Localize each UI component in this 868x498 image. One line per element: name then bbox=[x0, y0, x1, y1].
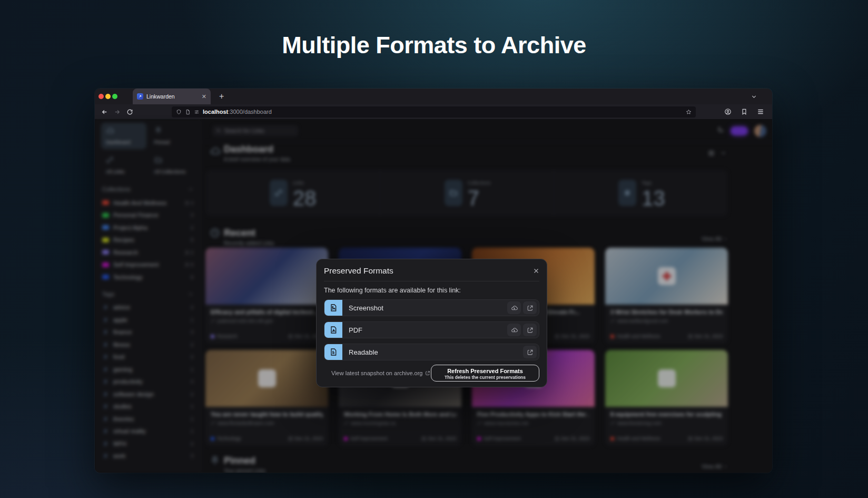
open-external-button[interactable] bbox=[523, 324, 537, 336]
tab-title: Linkwarden bbox=[146, 93, 199, 100]
format-row-pdf: PDF bbox=[324, 321, 539, 338]
forward-button[interactable] bbox=[112, 106, 122, 117]
browser-tab-bar: Linkwarden ✕ + bbox=[95, 89, 772, 104]
page-info-icon bbox=[185, 109, 191, 115]
download-button[interactable] bbox=[507, 301, 521, 314]
format-row-screenshot: Screenshot bbox=[324, 299, 539, 316]
refresh-button-subtitle: This deletes the current preservations bbox=[431, 375, 539, 380]
traffic-lights bbox=[95, 94, 117, 99]
tab-close-icon[interactable]: ✕ bbox=[202, 94, 206, 100]
modal-title: Preserved Formats bbox=[324, 266, 393, 276]
new-tab-button[interactable]: + bbox=[219, 92, 224, 101]
image-file-icon bbox=[324, 300, 342, 316]
format-label: Readable bbox=[349, 348, 378, 356]
extension-flag-icon[interactable] bbox=[739, 106, 749, 117]
reload-button[interactable] bbox=[124, 106, 135, 117]
modal-description: The following formats are available for … bbox=[324, 287, 539, 294]
page-title: Multiple Formats to Archive bbox=[0, 32, 868, 59]
refresh-preserved-formats-button[interactable]: Refresh Preserved Formats This deletes t… bbox=[431, 365, 539, 382]
bookmark-star-icon[interactable] bbox=[686, 109, 692, 115]
browser-tab[interactable]: Linkwarden ✕ bbox=[133, 89, 211, 104]
format-label: PDF bbox=[349, 326, 362, 334]
back-button[interactable] bbox=[99, 106, 110, 117]
open-external-button[interactable] bbox=[523, 346, 537, 358]
permissions-icon bbox=[194, 109, 200, 115]
account-icon[interactable] bbox=[723, 106, 733, 117]
zoom-window-button[interactable] bbox=[112, 94, 117, 99]
menu-icon[interactable] bbox=[755, 106, 766, 117]
open-external-button[interactable] bbox=[523, 301, 537, 314]
readable-file-icon bbox=[324, 344, 342, 360]
chevron-down-icon[interactable] bbox=[751, 93, 757, 102]
url-text: localhost:3000/dashboard bbox=[203, 109, 272, 115]
preserved-formats-modal: Preserved Formats The following formats … bbox=[316, 259, 547, 387]
format-row-readable: Readable bbox=[324, 344, 539, 360]
minimize-window-button[interactable] bbox=[105, 94, 111, 99]
download-button[interactable] bbox=[507, 324, 521, 336]
external-link-icon bbox=[425, 370, 430, 376]
refresh-button-title: Refresh Preserved Formats bbox=[431, 368, 539, 375]
divider bbox=[324, 281, 539, 281]
format-label: Screenshot bbox=[349, 304, 383, 312]
pdf-file-icon bbox=[324, 322, 342, 338]
close-icon[interactable] bbox=[533, 268, 539, 274]
browser-toolbar: localhost:3000/dashboard bbox=[95, 104, 772, 120]
shield-icon bbox=[176, 109, 182, 115]
url-bar[interactable]: localhost:3000/dashboard bbox=[172, 106, 696, 118]
toolbar-right-icons bbox=[723, 106, 766, 117]
archive-org-link[interactable]: View latest snapshot on archive.org bbox=[324, 370, 430, 376]
linkwarden-favicon bbox=[137, 93, 143, 100]
close-window-button[interactable] bbox=[98, 94, 104, 99]
